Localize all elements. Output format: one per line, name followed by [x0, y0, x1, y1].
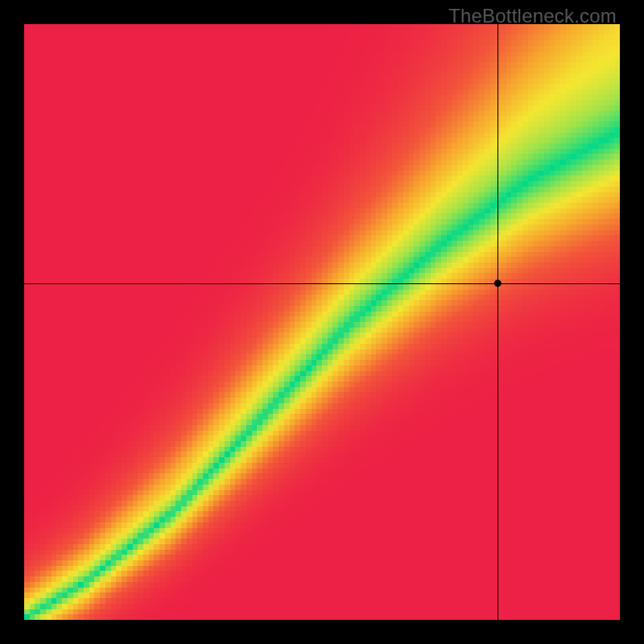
chart-frame: TheBottleneck.com	[0, 0, 644, 644]
heatmap-canvas	[24, 24, 620, 620]
watermark-text: TheBottleneck.com	[448, 5, 617, 27]
plot-area	[24, 24, 620, 620]
